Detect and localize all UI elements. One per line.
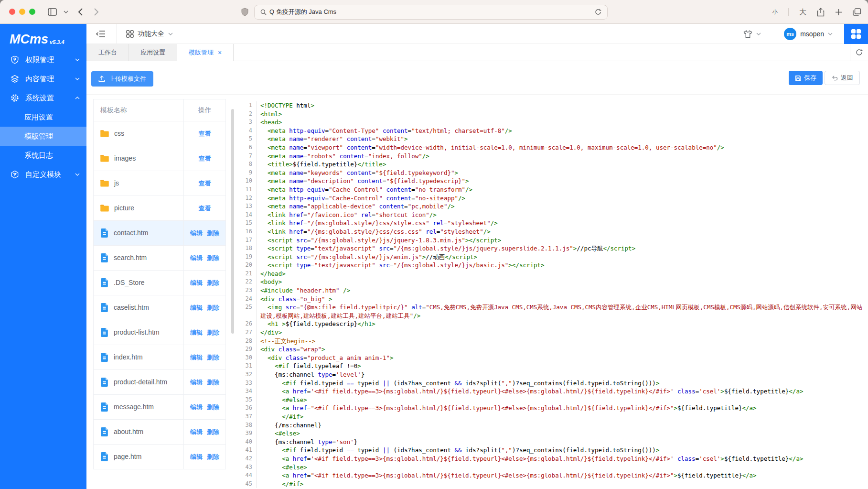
sidebar-menu-chevron-icon[interactable] bbox=[64, 11, 68, 13]
delete-link[interactable]: 删除 bbox=[207, 254, 219, 262]
code-row: 20 <script type="text/javascript" src="/… bbox=[241, 261, 868, 270]
apps-grid-button[interactable] bbox=[844, 24, 868, 44]
table-row[interactable]: .DS_Store编辑删除 bbox=[94, 271, 225, 295]
table-row[interactable]: index.htm编辑删除 bbox=[94, 345, 225, 370]
table-row[interactable]: message.htm编辑删除 bbox=[94, 395, 225, 420]
sidebar-item-system[interactable]: 系统设置 bbox=[0, 88, 86, 108]
user-menu[interactable]: ms msopen bbox=[784, 28, 833, 40]
edit-link[interactable]: 编辑 bbox=[190, 403, 203, 412]
new-tab-icon[interactable] bbox=[835, 9, 842, 16]
back-button-toolbar[interactable]: 返回 bbox=[825, 71, 860, 85]
name-cell: product-list.htm bbox=[94, 320, 184, 345]
code-row: 36 <a href="<#if field.type==3>{ms:globa… bbox=[241, 404, 868, 413]
table-row[interactable]: search.htm编辑删除 bbox=[94, 246, 225, 271]
address-bar[interactable]: Q 免疫开源的 Java Cms bbox=[254, 5, 608, 20]
line-number: 38 bbox=[241, 421, 257, 430]
delete-link[interactable]: 删除 bbox=[207, 453, 219, 461]
code-editor[interactable]: 1<!DOCTYPE html>2<html>3<head>4 <meta ht… bbox=[241, 99, 868, 489]
all-functions-menu[interactable]: 功能大全 bbox=[126, 30, 173, 38]
text-size-larger-button[interactable]: 大 bbox=[799, 8, 806, 17]
edit-link[interactable]: 编辑 bbox=[190, 353, 203, 362]
all-functions-label: 功能大全 bbox=[138, 30, 164, 38]
back-button[interactable] bbox=[78, 8, 83, 16]
edit-link[interactable]: 编辑 bbox=[190, 378, 203, 387]
refresh-tab-button[interactable] bbox=[850, 44, 868, 61]
code-row: 19 <script src="/{ms:global.style/}js/an… bbox=[241, 253, 868, 261]
chevron-down-icon bbox=[75, 173, 80, 176]
tab-template-manage[interactable]: 模版管理 × bbox=[177, 44, 234, 61]
code-row: 21</head> bbox=[241, 270, 868, 278]
main-area: 功能大全 ms msopen bbox=[86, 24, 868, 489]
file-icon bbox=[100, 452, 109, 462]
share-icon[interactable] bbox=[817, 8, 825, 17]
delete-link[interactable]: 删除 bbox=[207, 328, 219, 337]
delete-link[interactable]: 删除 bbox=[207, 304, 219, 312]
edit-link[interactable]: 编辑 bbox=[190, 428, 203, 436]
table-row[interactable]: product-detail.htm编辑删除 bbox=[94, 370, 225, 395]
text-size-smaller-button[interactable]: 小 bbox=[772, 9, 778, 16]
code-line: <title>${field.typetitle}</title> bbox=[257, 160, 868, 169]
table-row[interactable]: about.htm编辑删除 bbox=[94, 420, 225, 445]
tab-overview-icon[interactable] bbox=[853, 8, 861, 16]
forward-button[interactable] bbox=[94, 8, 99, 16]
line-number: 35 bbox=[241, 396, 257, 404]
tab-app-settings[interactable]: 应用设置 bbox=[129, 44, 177, 61]
delete-link[interactable]: 删除 bbox=[207, 428, 219, 436]
zoom-window-button[interactable] bbox=[29, 9, 35, 15]
view-link[interactable]: 查看 bbox=[199, 130, 211, 138]
table-row[interactable]: product-list.htm编辑删除 bbox=[94, 320, 225, 345]
line-number: 14 bbox=[241, 211, 257, 219]
line-number: 33 bbox=[241, 379, 257, 388]
delete-link[interactable]: 删除 bbox=[207, 403, 219, 412]
edit-link[interactable]: 编辑 bbox=[190, 254, 203, 262]
theme-menu[interactable] bbox=[743, 30, 761, 38]
code-row: 30 <div class="product_a anim anim-1"> bbox=[241, 354, 868, 362]
tab-workbench[interactable]: 工作台 bbox=[86, 44, 129, 61]
sidebar-subitem-app-settings[interactable]: 应用设置 bbox=[0, 108, 86, 127]
close-window-button[interactable] bbox=[9, 9, 15, 15]
edit-link[interactable]: 编辑 bbox=[190, 304, 203, 312]
table-row[interactable]: images查看 bbox=[94, 146, 225, 171]
minimize-window-button[interactable] bbox=[19, 9, 25, 15]
code-row: 3<head> bbox=[241, 118, 868, 127]
table-row[interactable]: contact.htm编辑删除 bbox=[94, 221, 225, 246]
sidebar-subitem-template-manage[interactable]: 模版管理 bbox=[0, 127, 86, 146]
delete-link[interactable]: 删除 bbox=[207, 378, 219, 387]
delete-link[interactable]: 删除 bbox=[207, 353, 219, 362]
delete-link[interactable]: 删除 bbox=[207, 279, 219, 287]
sidebar-toggle-icon[interactable] bbox=[48, 8, 57, 16]
edit-link[interactable]: 编辑 bbox=[190, 453, 203, 461]
delete-link[interactable]: 删除 bbox=[207, 229, 219, 238]
code-row: 8 <title>${field.typetitle}</title> bbox=[241, 160, 868, 169]
table-row[interactable]: picture查看 bbox=[94, 196, 225, 221]
sidebar-item-custom-module[interactable]: 自定义模块 bbox=[0, 165, 86, 184]
edit-link[interactable]: 编辑 bbox=[190, 279, 203, 287]
gear-icon bbox=[10, 94, 20, 102]
view-link[interactable]: 查看 bbox=[199, 179, 211, 188]
edit-link[interactable]: 编辑 bbox=[190, 328, 203, 337]
reload-icon[interactable] bbox=[595, 9, 601, 15]
upload-template-button[interactable]: 上传模板文件 bbox=[91, 71, 153, 87]
app-header: 功能大全 ms msopen bbox=[86, 24, 868, 44]
view-link[interactable]: 查看 bbox=[199, 154, 211, 163]
collapse-sidebar-icon[interactable] bbox=[96, 30, 106, 38]
edit-link[interactable]: 编辑 bbox=[190, 229, 203, 238]
sidebar-subitem-system-log[interactable]: 系统日志 bbox=[0, 146, 86, 165]
line-number: 29 bbox=[241, 345, 257, 354]
line-number: 20 bbox=[241, 261, 257, 270]
line-number: 26 bbox=[241, 320, 257, 328]
table-row[interactable]: page.htm编辑删除 bbox=[94, 445, 225, 469]
save-button[interactable]: 保存 bbox=[789, 71, 823, 85]
line-number: 37 bbox=[241, 413, 257, 421]
save-icon bbox=[795, 75, 801, 81]
view-link[interactable]: 查看 bbox=[199, 204, 211, 213]
table-row[interactable]: css查看 bbox=[94, 121, 225, 146]
sidebar-item-content[interactable]: 内容管理 bbox=[0, 69, 86, 88]
table-row[interactable]: js查看 bbox=[94, 171, 225, 196]
file-panel-scrollbar[interactable] bbox=[231, 109, 234, 334]
name-cell: about.htm bbox=[94, 420, 184, 444]
table-row[interactable]: caselist.htm编辑删除 bbox=[94, 295, 225, 320]
shield-icon[interactable] bbox=[241, 8, 248, 16]
close-tab-icon[interactable]: × bbox=[218, 49, 222, 56]
sidebar-item-permission[interactable]: 权限管理 bbox=[0, 50, 86, 69]
